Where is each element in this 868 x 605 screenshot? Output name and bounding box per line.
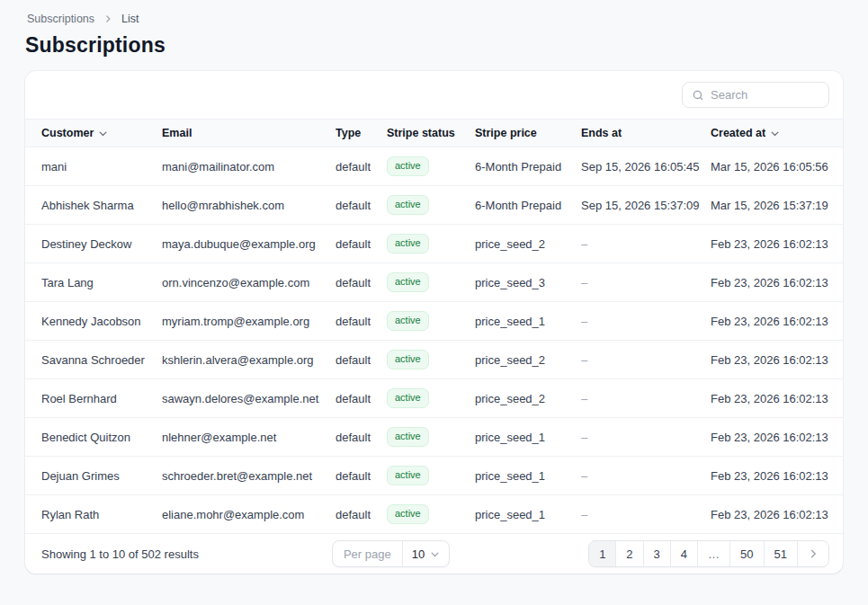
cell-stripe-price: price_seed_1 [475,457,581,495]
column-header[interactable]: Type [336,120,387,147]
breadcrumb: Subscriptions List [25,11,843,27]
cell-created-at: Feb 23, 2026 16:02:13 [711,418,843,457]
column-header[interactable]: Customer [25,120,162,147]
status-badge: active [387,234,429,253]
cell-email: eliane.mohr@example.com [162,495,336,534]
status-badge: active [387,350,429,369]
status-badge: active [387,311,429,330]
cell-email: kshlerin.alvera@example.org [162,341,336,379]
cell-stripe-status: active [387,186,475,225]
cell-stripe-price: price_seed_2 [475,341,581,379]
column-header[interactable]: Stripe price [475,120,581,147]
subscriptions-page: Subscriptions List Subscriptions Custo [0,0,868,574]
cell-created-at: Feb 23, 2026 16:02:13 [711,341,843,379]
table-row[interactable]: mani mani@mailinator.com default active … [25,147,843,186]
table-row[interactable]: Destiney Deckow maya.dubuque@example.org… [25,225,843,263]
cell-ends-at: – [581,495,711,534]
column-header[interactable]: Created at [711,120,843,147]
cell-ends-at: – [581,379,711,418]
table-row[interactable]: Roel Bernhard sawayn.delores@example.net… [25,379,843,418]
cell-ends-at: – [581,457,711,495]
results-summary: Showing 1 to 10 of 502 results [41,547,199,561]
status-badge: active [387,272,429,291]
cell-email: mani@mailinator.com [162,147,336,186]
cell-type: default [336,302,387,341]
pagination: 1234…5051 [588,540,829,567]
chevron-right-icon [808,548,819,559]
column-header[interactable]: Email [162,120,336,147]
pagination-page-3[interactable]: 3 [643,541,670,566]
per-page-label: Per page [333,541,402,566]
cell-customer: mani [25,147,162,186]
pagination-page-51[interactable]: 51 [764,541,797,566]
table-footer: Showing 1 to 10 of 502 results Per page … [25,534,843,574]
cell-email: schroeder.bret@example.net [162,457,336,495]
cell-email: maya.dubuque@example.org [162,225,336,263]
cell-stripe-status: active [387,457,475,495]
cell-customer: Destiney Deckow [25,225,162,263]
pagination-page-50[interactable]: 50 [729,541,763,566]
table-row[interactable]: Tara Lang orn.vincenzo@example.com defau… [25,263,843,302]
pagination-page-1[interactable]: 1 [589,541,615,566]
cell-stripe-status: active [387,225,475,263]
table-row[interactable]: Abhishek Sharma hello@mrabhishek.com def… [25,186,843,225]
column-header-label: Type [336,127,361,139]
table-row[interactable]: Savanna Schroeder kshlerin.alvera@exampl… [25,341,843,379]
cell-stripe-price: 6-Month Prepaid [475,147,581,186]
cell-ends-at: – [581,418,711,457]
column-header[interactable]: Ends at [581,120,711,147]
search-icon [692,89,704,102]
per-page-value: 10 [412,547,425,561]
cell-type: default [336,418,387,457]
cell-stripe-status: active [387,263,475,302]
pagination-ellipsis: … [697,541,729,566]
search-box [682,82,829,108]
cell-ends-at: Sep 15, 2026 16:05:45 [581,147,711,186]
pagination-page-4[interactable]: 4 [670,541,697,566]
status-badge: active [387,195,429,214]
cell-type: default [336,147,387,186]
cell-type: default [336,186,387,225]
cell-stripe-price: price_seed_3 [475,263,581,302]
cell-created-at: Feb 23, 2026 16:02:13 [711,495,843,534]
cell-stripe-status: active [387,341,475,379]
column-header-label: Stripe price [475,127,537,139]
cell-type: default [336,341,387,379]
column-header-label: Stripe status [387,127,455,139]
pagination-page-2[interactable]: 2 [615,541,642,566]
search-input[interactable] [711,88,819,102]
cell-ends-at: – [581,225,711,263]
cell-customer: Savanna Schroeder [25,341,162,379]
status-badge: active [387,466,429,485]
table-row[interactable]: Rylan Rath eliane.mohr@example.com defau… [25,495,843,534]
table-row[interactable]: Benedict Quitzon nlehner@example.net def… [25,418,843,457]
sort-chevron-down-icon [98,129,108,138]
cell-stripe-status: active [387,302,475,341]
cell-type: default [336,457,387,495]
cell-customer: Benedict Quitzon [25,418,162,457]
table-row[interactable]: Kennedy Jacobson myriam.tromp@example.or… [25,302,843,341]
per-page-select[interactable]: 10 [402,541,449,566]
column-header-label: Created at [711,127,765,139]
column-header[interactable]: Stripe status [387,120,475,147]
table-row[interactable]: Dejuan Grimes schroeder.bret@example.net… [25,457,843,495]
breadcrumb-item-subscriptions[interactable]: Subscriptions [27,13,94,25]
cell-ends-at: – [581,302,711,341]
cell-email: nlehner@example.net [162,418,336,457]
chevron-down-icon [430,549,440,559]
cell-created-at: Feb 23, 2026 16:02:13 [711,302,843,341]
pagination-next-button[interactable] [797,541,828,566]
cell-stripe-status: active [387,418,475,457]
cell-stripe-price: price_seed_2 [475,225,581,263]
breadcrumb-item-list[interactable]: List [121,13,139,25]
cell-type: default [336,225,387,263]
subscriptions-table: Customer Email Type Stripe status Stripe… [25,119,843,534]
cell-customer: Tara Lang [25,263,162,302]
status-badge: active [387,156,429,175]
cell-customer: Rylan Rath [25,495,162,534]
cell-created-at: Feb 23, 2026 16:02:13 [711,263,843,302]
cell-stripe-status: active [387,147,475,186]
cell-email: hello@mrabhishek.com [162,186,336,225]
table-header-row: Customer Email Type Stripe status Stripe… [25,120,843,147]
per-page-control: Per page 10 [332,540,450,567]
